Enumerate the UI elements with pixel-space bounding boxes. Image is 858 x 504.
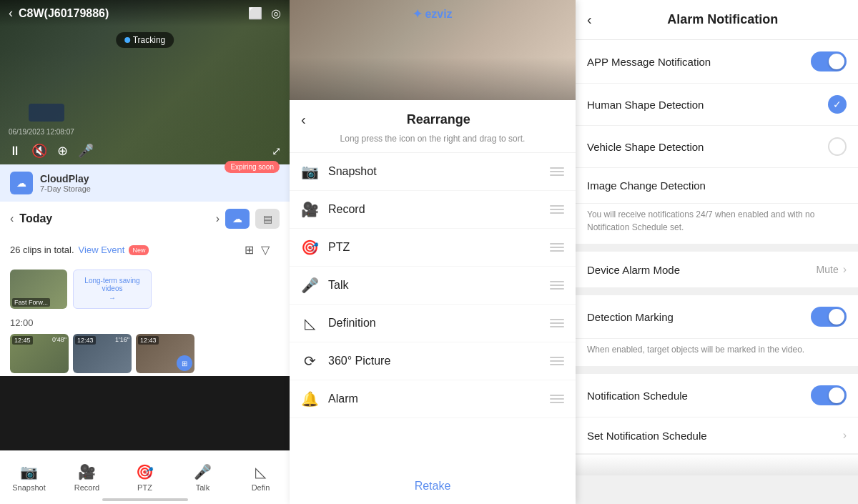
setting-detection-marking: Detection Marking: [576, 295, 858, 339]
cloudplay-bar[interactable]: ☁ CloudPlay 7-Day Storage Expiring soon: [0, 164, 290, 202]
mic-icon[interactable]: 🎤: [78, 143, 94, 159]
retake-button[interactable]: Retake: [290, 468, 576, 504]
small-thumbs-row: 12:45 0'48" 12:43 1'16" 12:43 ⊞: [0, 331, 290, 376]
setting-human-shape: Human Shape Detection ✓: [576, 84, 858, 126]
volume-icon[interactable]: 🔇: [31, 143, 47, 159]
alarm-notification-title: Alarm Notification: [599, 12, 847, 27]
drag-handle-definition[interactable]: [550, 319, 564, 327]
tab-talk[interactable]: 🎤 Talk: [174, 458, 232, 498]
rearrange-alarm-label: Alarm: [328, 392, 540, 405]
detection-marking-note: When enabled, target objects will be mar…: [576, 339, 858, 367]
rearrange-panel: ‹ Rearrange Long press the icon on the r…: [290, 100, 576, 504]
left-panel: ‹ C8W(J60179886) ⬜ ◎ Tracking 06/19/2023…: [0, 0, 290, 504]
cloud-view-button[interactable]: ☁: [225, 209, 250, 229]
small-thumb-3[interactable]: 12:43 ⊞: [136, 334, 194, 373]
expiring-badge: Expiring soon: [225, 161, 280, 173]
section-gap-1: [576, 244, 858, 252]
small-thumb-1[interactable]: 12:45 0'48": [10, 334, 69, 373]
human-shape-checkbox[interactable]: ✓: [828, 95, 847, 114]
setting-device-alarm-mode[interactable]: Device Alarm Mode Mute ›: [576, 252, 858, 288]
rearrange-alarm-icon: 🔔: [301, 390, 318, 407]
drag-handle-alarm[interactable]: [550, 395, 564, 403]
drag-handle-record[interactable]: [550, 205, 564, 214]
camera-header: ‹ C8W(J60179886) ⬜ ◎: [0, 0, 290, 26]
tab-definition[interactable]: ◺ Defin: [232, 458, 290, 498]
rearrange-360-icon: ⟳: [301, 352, 318, 370]
vehicle-shape-checkbox[interactable]: [828, 137, 847, 156]
camera-view: ‹ C8W(J60179886) ⬜ ◎ Tracking 06/19/2023…: [0, 0, 290, 164]
next-day-button[interactable]: ›: [216, 212, 220, 225]
setting-image-change: Image Change Detection: [576, 168, 858, 204]
grid-view-button[interactable]: ▤: [255, 209, 280, 229]
drag-handle-talk[interactable]: [550, 281, 564, 290]
bottom-tabbar: 📷 Snapshot 🎥 Record 🎯 PTZ 🎤 Talk ◺ Defin: [0, 450, 290, 504]
tracking-label: Tracking: [133, 35, 166, 45]
time-label: 12:00: [0, 315, 290, 331]
clips-info: 26 clips in total. View Event New ⊞ ▽: [0, 236, 290, 264]
alarm-back-button[interactable]: ‹: [587, 11, 592, 28]
small-thumb-1-dur: 0'48": [52, 336, 66, 343]
prev-day-button[interactable]: ‹: [10, 212, 14, 225]
detection-marking-toggle-knob: [829, 309, 844, 325]
rearrange-talk-icon: 🎤: [301, 277, 318, 294]
rearrange-item-record[interactable]: 🎥 Record: [290, 191, 576, 229]
expand-icon[interactable]: ⤢: [272, 144, 281, 158]
detection-marking-toggle[interactable]: [811, 307, 847, 327]
settings-target-icon[interactable]: ◎: [271, 6, 281, 20]
thumb-fast-forward[interactable]: Fast Forw...: [10, 270, 67, 309]
image-change-label: Image Change Detection: [587, 179, 706, 192]
definition-tab-label: Defin: [252, 483, 270, 492]
section-gap-2: [576, 288, 858, 295]
rearrange-definition-label: Definition: [328, 317, 540, 330]
drag-handle-snapshot[interactable]: [550, 167, 564, 176]
rearrange-ptz-icon: 🎯: [301, 239, 318, 256]
thumb-long-term[interactable]: Long-term saving videos →: [73, 270, 152, 309]
car-shape: [29, 104, 64, 122]
timeline-controls: ‹ Today › ☁ ▤: [0, 202, 290, 236]
device-alarm-chevron: ›: [843, 263, 847, 276]
camera-title: C8W(J60179886): [19, 7, 248, 20]
rearrange-back-button[interactable]: ‹: [301, 112, 306, 128]
notification-schedule-toggle[interactable]: [811, 385, 847, 405]
small-thumb-2-time: 12:43: [75, 336, 96, 345]
cloudplay-icon: ☁: [10, 172, 33, 194]
rearrange-item-snapshot[interactable]: 📷 Snapshot: [290, 153, 576, 191]
right-panel: ‹ Alarm Notification APP Message Notific…: [576, 0, 858, 504]
pause-icon[interactable]: ⏸: [9, 144, 21, 159]
vehicle-shape-label: Vehicle Shape Detection: [587, 141, 821, 153]
drag-handle-ptz[interactable]: [550, 243, 564, 252]
set-notification-chevron: ›: [843, 429, 847, 442]
rearrange-list: 📷 Snapshot 🎥 Record 🎯 PTZ 🎤 Talk ◺: [290, 153, 576, 468]
camera-controls: ⏸ 🔇 ⊕ 🎤 ⤢: [0, 143, 290, 159]
drag-handle-360[interactable]: [550, 357, 564, 365]
rearrange-item-talk[interactable]: 🎤 Talk: [290, 267, 576, 305]
tab-record[interactable]: 🎥 Record: [58, 458, 116, 498]
thumb-fast-forward-label: Fast Forw...: [12, 298, 50, 307]
talk-tab-icon: 🎤: [194, 463, 212, 480]
view-event-link[interactable]: View Event: [79, 244, 125, 255]
set-notification-label: Set Notification Schedule: [587, 430, 843, 442]
new-badge: New: [129, 245, 149, 255]
rearrange-talk-label: Talk: [328, 279, 540, 292]
tab-snapshot[interactable]: 📷 Snapshot: [0, 458, 58, 498]
app-message-toggle-knob: [829, 54, 844, 69]
layout-icon[interactable]: ⊞: [245, 243, 254, 257]
clips-count: 26 clips in total.: [10, 244, 74, 255]
filter-icon[interactable]: ▽: [261, 243, 270, 257]
section-gap-3: [576, 367, 858, 374]
rearrange-item-alarm[interactable]: 🔔 Alarm: [290, 380, 576, 418]
small-thumb-2[interactable]: 12:43 1'16": [73, 334, 132, 373]
fullscreen-icon[interactable]: ⬜: [248, 6, 262, 20]
snapshot-tab-icon: 📷: [20, 463, 38, 480]
rearrange-item-360[interactable]: ⟳ 360° Picture: [290, 342, 576, 380]
rearrange-item-definition[interactable]: ◺ Definition: [290, 305, 576, 342]
camera-back-button[interactable]: ‹: [9, 6, 13, 21]
target-icon[interactable]: ⊕: [57, 143, 68, 159]
cloudplay-subtitle: 7-Day Storage: [40, 184, 280, 193]
tab-ptz[interactable]: 🎯 PTZ: [116, 458, 174, 498]
app-message-toggle[interactable]: [811, 51, 847, 71]
setting-set-notification-schedule[interactable]: Set Notification Schedule ›: [576, 417, 858, 454]
rearrange-header: ‹ Rearrange: [290, 100, 576, 134]
rearrange-subtitle: Long press the icon on the right and dra…: [290, 134, 576, 152]
rearrange-item-ptz[interactable]: 🎯 PTZ: [290, 229, 576, 267]
